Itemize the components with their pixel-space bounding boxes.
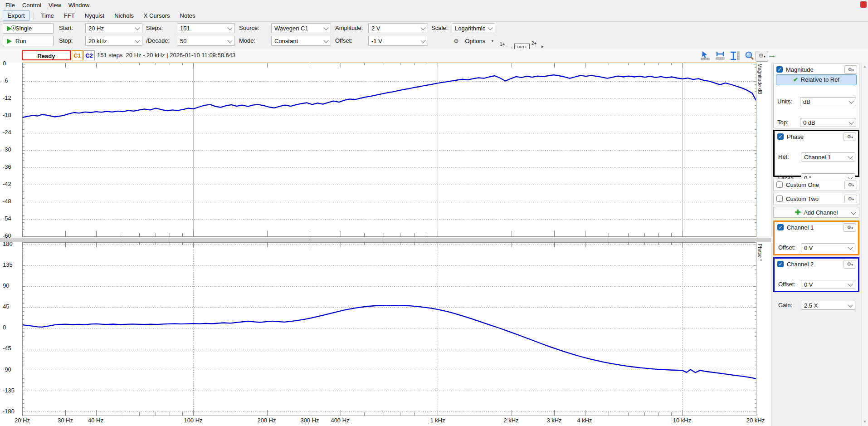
custom-one-label: Custom One xyxy=(786,181,844,188)
amplitude-label: Amplitude: xyxy=(335,23,363,33)
export-arrow-icon[interactable]: → xyxy=(768,51,780,61)
channel2-checkbox[interactable]: ✓ xyxy=(777,261,784,267)
menu-file[interactable]: File xyxy=(2,1,19,10)
channel1-panel-title: Channel 1 xyxy=(787,224,844,231)
frequency-tick-label: 300 Hz xyxy=(300,417,319,424)
scale-value: Logarithmic xyxy=(455,25,485,32)
channel2-gear-button[interactable]: ⚙▾ xyxy=(844,260,856,269)
units-select[interactable]: dB xyxy=(800,97,856,106)
tab-x-cursors[interactable]: X Cursors xyxy=(139,11,175,20)
tab-notes[interactable]: Notes xyxy=(176,11,200,20)
mode-select[interactable]: Constant xyxy=(271,36,331,46)
single-button[interactable]: 1 Single xyxy=(3,23,54,34)
chevron-down-icon: ▾ xyxy=(851,263,853,266)
magnitude-panel-title: Magnitude xyxy=(786,66,844,73)
magnitude-checkbox[interactable]: ✓ xyxy=(776,66,783,73)
channel2-offset-label: Offset: xyxy=(778,281,795,288)
custom-one-checkbox[interactable] xyxy=(776,181,783,188)
gear-icon: ⚙ xyxy=(848,67,852,72)
tab-nyquist[interactable]: Nyquist xyxy=(80,11,109,20)
add-channel-label: Add Channel xyxy=(804,209,838,216)
add-channel-button[interactable]: ✚ Add Channel xyxy=(773,207,859,218)
frequency-tick-label: 10 kHz xyxy=(673,417,691,424)
top-select[interactable]: 0 dB xyxy=(800,118,856,127)
menu-bar: File Control View Window xyxy=(0,0,868,10)
magnitude-panel: ✓ Magnitude ⚙▾ ✔Relative to Ref Units: d… xyxy=(773,64,859,128)
channel1-gear-button[interactable]: ⚙▾ xyxy=(844,223,856,232)
magnitude-tick-label: -18 xyxy=(3,112,11,119)
tab-separator xyxy=(34,12,34,20)
phase-checkbox[interactable]: ✓ xyxy=(777,133,784,140)
frequency-tick-label: 1 kHz xyxy=(430,417,445,424)
tab-time[interactable]: Time xyxy=(37,11,59,20)
channel1-checkbox[interactable]: ✓ xyxy=(777,224,784,230)
phase-tick-label: -180 xyxy=(3,408,15,415)
status-bar: Ready C1 C2 151 steps 20 Hz - 20 kHz | 2… xyxy=(0,49,868,63)
ref-select[interactable]: Channel 1 xyxy=(801,152,855,162)
steps-select[interactable]: 151 xyxy=(177,23,235,33)
ref-label: Ref: xyxy=(778,153,789,160)
channel2-gain-select[interactable]: 2.5 X xyxy=(801,301,855,310)
menu-control[interactable]: Control xyxy=(19,1,45,10)
scroll-down-icon[interactable]: ▼ xyxy=(862,419,868,425)
channel2-offset-select[interactable]: 0 V xyxy=(801,280,855,289)
scroll-up-icon[interactable]: ▲ xyxy=(862,64,868,70)
menu-view[interactable]: View xyxy=(45,1,65,10)
magnitude-gear-button[interactable]: ⚙▾ xyxy=(844,65,857,74)
plot-settings-button[interactable]: ⚙▾ xyxy=(756,51,768,62)
options-button[interactable]: ⚙ Options ▾ xyxy=(452,36,495,46)
magnitude-plot[interactable] xyxy=(22,63,756,237)
tab-export[interactable]: Export xyxy=(3,10,30,21)
start-label: Start: xyxy=(59,23,73,33)
tab-nichols[interactable]: Nichols xyxy=(110,11,138,20)
relative-to-ref-button[interactable]: ✔Relative to Ref xyxy=(776,74,857,85)
horizontal-cursors-icon[interactable] xyxy=(715,51,727,61)
magnitude-tick-label: -36 xyxy=(3,163,11,171)
chevron-down-icon xyxy=(135,38,140,43)
top-value: 0 dB xyxy=(803,119,815,126)
scale-select[interactable]: Logarithmic xyxy=(452,23,495,33)
magnitude-y-axis-labels: 0-6-12-18-24-30-36-42-48-54-60 xyxy=(0,63,21,236)
options-label: Options xyxy=(465,38,485,44)
phase-gear-button[interactable]: ⚙▾ xyxy=(844,132,856,141)
vertical-cursors-icon[interactable] xyxy=(729,51,741,61)
stop-select[interactable]: 20 kHz xyxy=(85,36,142,46)
run-button[interactable]: Run xyxy=(3,36,54,46)
frequency-tick-label: 4 kHz xyxy=(577,417,592,424)
plot-splitter[interactable] xyxy=(0,238,771,242)
pointer-tool-icon[interactable] xyxy=(700,51,712,61)
chevron-down-icon xyxy=(848,281,853,286)
channel1-offset-select[interactable]: 0 V xyxy=(801,243,855,252)
channel2-badge[interactable]: C2 xyxy=(83,50,95,60)
channels-sidebar: ✓ Magnitude ⚙▾ ✔Relative to Ref Units: d… xyxy=(771,63,861,426)
custom-two-checkbox[interactable] xyxy=(776,196,783,202)
menu-window[interactable]: Window xyxy=(65,1,93,10)
frequency-tick-label: 20 kHz xyxy=(746,417,765,424)
chevron-down-icon xyxy=(323,25,328,30)
check-icon: ✔ xyxy=(793,76,798,83)
tab-fft[interactable]: FFT xyxy=(59,11,79,20)
per-decade-label: /Decade: xyxy=(146,36,170,46)
magnitude-tick-label: -24 xyxy=(3,129,11,136)
app-icon[interactable] xyxy=(860,1,867,8)
phase-plot[interactable] xyxy=(22,242,756,416)
phase-panel: ✓ Phase ⚙▾ Ref: Channel 1 Offset: 0 ° Ra… xyxy=(773,130,859,177)
phase-tick-label: 0 xyxy=(3,324,6,331)
magnitude-tick-label: 0 xyxy=(3,60,6,67)
chevron-down-icon xyxy=(848,98,853,103)
wiring-output-label: 2+ xyxy=(532,41,536,46)
zoom-icon[interactable] xyxy=(744,51,756,61)
custom-one-gear-button[interactable]: ⚙▾ xyxy=(844,181,857,189)
sidebar-scrollbar[interactable]: ▲ ▼ xyxy=(861,63,868,426)
chevron-down-icon xyxy=(227,38,232,43)
start-select[interactable]: 20 Hz xyxy=(85,23,142,33)
steps-label: Steps: xyxy=(146,23,163,33)
custom-two-gear-button[interactable]: ⚙▾ xyxy=(844,195,857,203)
per-decade-select[interactable]: 50 xyxy=(177,36,235,46)
offset-select[interactable]: -1 V xyxy=(368,36,428,46)
source-select[interactable]: Wavegen C1 xyxy=(271,23,331,33)
channel2-panel: ✓ Channel 2 ⚙▾ Offset: 0 V Gain: 2.5 X xyxy=(773,257,859,292)
frequency-tick-label: 200 Hz xyxy=(257,417,276,424)
amplitude-select[interactable]: 2 V xyxy=(368,23,428,33)
channel1-badge[interactable]: C1 xyxy=(72,50,83,60)
